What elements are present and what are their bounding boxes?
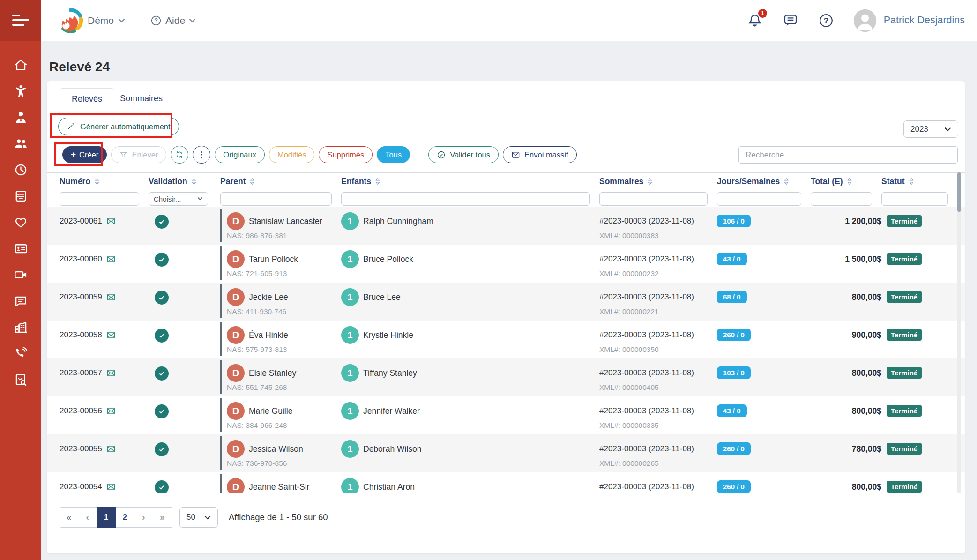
- app-logo-icon[interactable]: [58, 8, 83, 33]
- search-input[interactable]: [738, 146, 958, 164]
- pagination-prev-button[interactable]: ‹: [78, 507, 97, 528]
- filter-validation-select[interactable]: Choisir...: [149, 192, 208, 206]
- cell-sommaires: #2023-00003 (2023-11-08) XML#: 000000265: [599, 434, 717, 472]
- sidebar-item-video[interactable]: [13, 267, 29, 282]
- envelope-icon[interactable]: [106, 368, 116, 378]
- tab-releves[interactable]: Relevés: [60, 88, 114, 109]
- pagination-page-2-button[interactable]: 2: [116, 507, 134, 528]
- sidebar-item-parents[interactable]: [13, 136, 29, 151]
- sidebar-item-staff[interactable]: [13, 110, 29, 125]
- more-options-button[interactable]: [193, 146, 210, 164]
- table-row[interactable]: 2023-00058 D Éva Hinkle NAS: 575-973-813…: [47, 321, 965, 358]
- year-select[interactable]: 2023: [903, 120, 958, 138]
- column-header-statut[interactable]: Statut: [881, 173, 957, 190]
- cell-enfants: 1 Tiffany Stanley: [341, 358, 599, 396]
- cell-jours-semaines: 43 / 0: [717, 396, 811, 434]
- generate-automatically-button[interactable]: Générer automatiquement: [58, 118, 179, 135]
- column-header-validation[interactable]: Validation: [149, 173, 220, 190]
- column-header-total[interactable]: Total (E): [811, 173, 881, 190]
- sidebar-item-children[interactable]: [13, 83, 29, 98]
- user-avatar[interactable]: [854, 9, 876, 32]
- table-row[interactable]: 2023-00056 D Marie Guille NAS: 384-966-2…: [47, 396, 965, 434]
- filter-originals-button[interactable]: Originaux: [215, 146, 265, 163]
- filter-numero-input[interactable]: [60, 192, 139, 206]
- scrollbar-thumb[interactable]: [957, 172, 961, 212]
- table-row[interactable]: 2023-00054 D Jeanne Saint-Sir 1 Christia…: [47, 472, 965, 493]
- envelope-icon[interactable]: [106, 406, 116, 416]
- user-name[interactable]: Patrick Desjardins: [884, 15, 965, 26]
- help-menu[interactable]: ? Aide: [150, 15, 196, 26]
- column-header-jours-semaines[interactable]: Jours/Semaines: [717, 173, 811, 190]
- refresh-button[interactable]: [171, 146, 188, 164]
- sidebar-item-id-cards[interactable]: [13, 241, 29, 256]
- filter-enfants-input[interactable]: [341, 192, 590, 206]
- sidebar-item-health[interactable]: [13, 215, 29, 230]
- filter-all-button[interactable]: Tous: [377, 146, 410, 163]
- child-avatar: 1: [341, 364, 359, 382]
- jours-badge: 68 / 0: [717, 291, 747, 303]
- messages-icon: [14, 294, 28, 308]
- pagination-last-button[interactable]: »: [153, 507, 172, 528]
- column-header-sommaires[interactable]: Sommaires: [599, 173, 717, 190]
- child-avatar: 1: [341, 250, 359, 268]
- sidebar-item-activities[interactable]: [13, 188, 29, 203]
- table-row[interactable]: 2023-00055 D Jessica Wilson NAS: 736-970…: [47, 434, 965, 472]
- messages-button[interactable]: [783, 13, 798, 29]
- child-name: Ralph Cunningham: [363, 217, 433, 226]
- remove-button[interactable]: Enlever: [111, 146, 166, 163]
- org-switcher[interactable]: Démo: [88, 15, 125, 26]
- notifications-button[interactable]: 1: [747, 13, 763, 29]
- filter-deleted-button[interactable]: Supprimés: [319, 146, 373, 163]
- envelope-icon[interactable]: [106, 444, 116, 454]
- sidebar-item-facilities[interactable]: [13, 320, 29, 335]
- pagination-page-1-button[interactable]: 1: [97, 507, 116, 528]
- column-header-enfants[interactable]: Enfants: [341, 173, 599, 190]
- validate-all-button[interactable]: Valider tous: [428, 146, 499, 163]
- sidebar-item-reports[interactable]: [13, 372, 29, 387]
- column-header-numero[interactable]: Numéro: [60, 173, 149, 190]
- child-avatar: 1: [341, 440, 359, 458]
- envelope-icon[interactable]: [106, 254, 116, 264]
- org-name: Démo: [88, 15, 114, 26]
- tab-sommaires[interactable]: Sommaires: [108, 88, 174, 109]
- sidebar-item-schedule[interactable]: [13, 162, 29, 177]
- table-row[interactable]: 2023-00059 D Jeckie Lee NAS: 411-930-746…: [47, 283, 965, 321]
- validated-check-icon: [155, 215, 169, 229]
- envelope-icon[interactable]: [106, 330, 116, 340]
- envelope-icon[interactable]: [106, 292, 116, 302]
- filter-jours-input[interactable]: [717, 192, 801, 206]
- envelope-icon[interactable]: [106, 482, 116, 492]
- filter-modified-button[interactable]: Modifiés: [269, 146, 314, 163]
- hamburger-menu-button[interactable]: [0, 0, 41, 41]
- sidebar-item-home[interactable]: [13, 57, 29, 72]
- table-row[interactable]: 2023-00057 D Elsie Stanley NAS: 551-745-…: [47, 358, 965, 396]
- pagination-next-button[interactable]: ›: [134, 507, 153, 528]
- filter-statut-input[interactable]: [881, 192, 948, 206]
- help-button[interactable]: ?: [818, 13, 834, 29]
- envelope-icon[interactable]: [106, 217, 116, 226]
- parent-divider-bar: [220, 322, 222, 356]
- cell-statut: Terminé: [881, 434, 957, 472]
- sidebar-item-calls[interactable]: [13, 346, 29, 361]
- parent-divider-bar: [220, 474, 222, 493]
- pagination-first-button[interactable]: «: [60, 507, 78, 528]
- table-scrollbar: [957, 172, 961, 493]
- table-row[interactable]: 2023-00061 D Stanislaw Lancaster NAS: 98…: [47, 207, 965, 245]
- page-size-select[interactable]: 50: [179, 507, 218, 528]
- mass-send-button[interactable]: Envoi massif: [503, 146, 577, 163]
- staff-icon: [14, 110, 28, 125]
- question-circle-icon: ?: [818, 13, 834, 29]
- id-cards-icon: [14, 241, 28, 256]
- column-header-parent[interactable]: Parent: [220, 173, 341, 190]
- create-button[interactable]: + Créer: [62, 146, 107, 163]
- child-avatar: 1: [341, 288, 359, 306]
- status-badge: Terminé: [887, 443, 922, 455]
- sidebar-item-messages[interactable]: [13, 293, 29, 308]
- cell-parent: D Jeckie Lee NAS: 411-930-746: [220, 283, 341, 321]
- filter-parent-input[interactable]: [220, 192, 332, 206]
- table-row[interactable]: 2023-00060 D Tarun Pollock NAS: 721-605-…: [47, 245, 965, 283]
- filter-total-input[interactable]: [811, 192, 872, 206]
- cell-total: 780,00$: [811, 434, 881, 472]
- pagination: « ‹ 1 2 › » 50 Affichage de 1 - 50 sur 6…: [60, 507, 328, 528]
- filter-sommaires-input[interactable]: [599, 192, 708, 206]
